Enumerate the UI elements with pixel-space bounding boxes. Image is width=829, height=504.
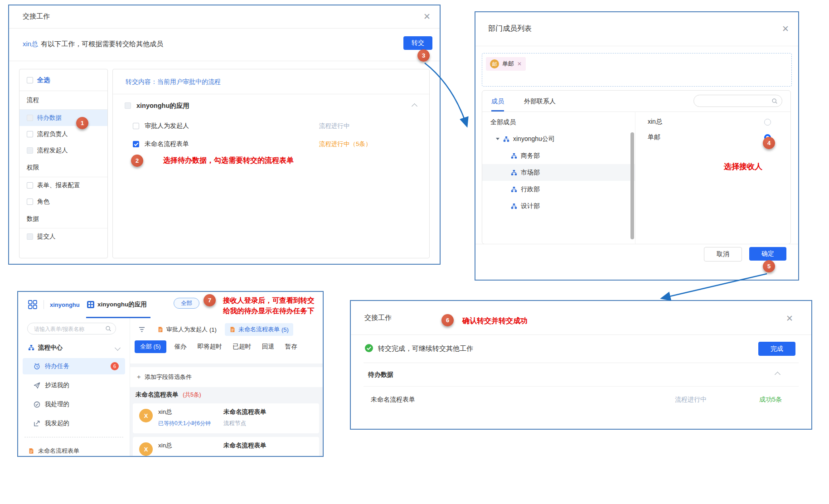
select-all-checkbox[interactable] [27,77,33,83]
nav-item-cc-to-me[interactable]: 抄送我的 [23,377,125,393]
add-filter-row[interactable]: ＋ 添加字段筛选条件 [130,367,323,387]
filter-urge[interactable]: 催办 [175,343,187,351]
collapse-icon[interactable] [412,103,417,109]
view-tab-approver-initiator[interactable]: 审批人为发起人 (1) [157,325,217,334]
select-all-label: 全选 [37,76,50,84]
annotation-note-step4: 选择接收人 [724,161,762,172]
filter-all[interactable]: 全部 (5) [135,340,166,353]
list-section-header: 未命名流程表单 (共5条) [136,391,201,399]
role-checkbox[interactable] [27,199,33,205]
app-main: 审批人为发起人 (1) 未命名流程表单 (5) 全部 (5) 催办 即将超时 已… [130,318,323,456]
step-badge-1: 1 [76,117,88,129]
task-card[interactable]: X xin总 已等待0天1小时6分钟 未命名流程表单 流程节点 [133,403,319,433]
submitter-checkbox[interactable] [27,233,33,240]
done-button[interactable]: 完成 [758,342,795,356]
chevron-down-icon[interactable] [115,345,121,351]
process-node: 流程节点 [223,420,246,427]
sidebar-item-process-owner[interactable]: 流程负责人 [19,126,107,142]
step-badge-2: 2 [131,155,143,167]
filter-funnel-icon[interactable] [138,326,145,333]
content-header: 转交内容：当前用户审批中的流程 [113,69,429,94]
avatar: X [139,442,153,456]
scope-pill[interactable]: 全部 [174,298,199,309]
filter-draft[interactable]: 暂存 [285,343,297,351]
nav-item-todo-tasks[interactable]: 待办任务 6 [23,358,125,374]
form-search[interactable] [27,323,116,334]
transfer-button[interactable]: 转交 [403,36,432,50]
select-all-row[interactable]: 全选 [19,69,107,91]
app-group-checkbox[interactable] [125,102,131,109]
view-tab-unnamed-form-active[interactable]: 未命名流程表单 (5) [225,323,293,336]
sidebar-item-form-report-config[interactable]: 表单、报表配置 [19,177,107,194]
dialog-title: 交接工作 [364,314,392,322]
form-search-input[interactable] [33,324,103,334]
member-radio[interactable] [764,119,771,126]
member-search[interactable] [693,95,782,107]
chip-remove-icon[interactable]: ✕ [517,61,522,67]
nav-item-started-by-me[interactable]: 我发起的 [23,415,125,431]
clock-icon [34,363,40,370]
task-card[interactable]: X xin总 未命名流程表单 [133,437,319,456]
tab-members[interactable]: 成员 [491,91,504,111]
member-chip[interactable]: 邮 单邮 ✕ [486,57,526,71]
todo-data-section[interactable]: 待办数据 [351,363,811,386]
tree-node-dept-selected[interactable]: 市场部 [482,164,635,181]
process-initiator-checkbox[interactable] [27,147,33,154]
app-tab-active[interactable]: xinyonghu的应用 [87,300,147,309]
step-badge-5: 5 [763,260,775,272]
user-name: xin总 [23,40,38,48]
member-list-dialog: 部门成员列表 ✕ 邮 单邮 ✕ 成员 外部联系人 全部成员 [475,11,799,281]
collapse-icon[interactable] [775,372,781,378]
close-icon[interactable]: ✕ [423,13,431,21]
step-badge-6: 6 [441,314,454,326]
sidebar-item-process-initiator[interactable]: 流程发起人 [19,142,107,159]
brand-name[interactable]: xinyonghu [50,301,80,308]
apps-grid-icon[interactable] [28,300,37,309]
org-icon [511,153,517,159]
success-row: 转交完成，可继续转交其他工作 完成 [351,334,811,363]
filter-overdue[interactable]: 已超时 [233,343,252,351]
app-group-row[interactable]: xinyonghu的应用 [113,94,429,117]
step-badge-7: 7 [204,294,216,306]
tree-node-dept[interactable]: 设计部 [482,198,635,214]
tree-node-dept[interactable]: 行政部 [482,181,635,198]
filter-soon-overdue[interactable]: 即将超时 [198,343,222,351]
tree-node-company[interactable]: xinyonghu公司 [482,131,635,147]
nav-process-center[interactable]: 流程中心 [18,340,130,355]
member-search-input[interactable] [699,96,769,107]
confirm-button[interactable]: 确定 [749,247,786,261]
sidebar-item-role[interactable]: 角色 [19,194,107,210]
process-owner-checkbox[interactable] [27,131,33,137]
process-row[interactable]: 未命名流程表单 流程进行中（5条） [113,135,429,153]
filter-returned[interactable]: 回退 [262,343,274,351]
cancel-button[interactable]: 取消 [704,247,742,262]
dotted-divider [24,437,123,437]
nav-item-handled-by-me[interactable]: 我处理的 [23,396,125,412]
department-tree: 全部成员 xinyonghu公司 商务部 市场部 [482,111,635,244]
row-checkbox-checked[interactable] [133,141,139,147]
app-sidebar: 流程中心 待办任务 6 抄送我的 我处理的 我 [18,318,130,456]
process-row[interactable]: 审批人为发起人 流程进行中 [113,117,429,135]
paper-plane-icon [34,382,40,389]
close-icon[interactable]: ✕ [786,315,793,323]
member-row[interactable]: xin总 [636,114,790,130]
plus-icon: ＋ [136,373,142,381]
tree-node-dept[interactable]: 商务部 [482,147,635,164]
dialog-footer: 取消 确定 [475,244,798,280]
tab-external-contacts[interactable]: 外部联系人 [524,91,556,110]
success-text: 转交完成，可继续转交其他工作 [378,344,473,353]
tree-scrollbar[interactable] [630,132,634,239]
close-icon[interactable]: ✕ [782,25,789,33]
row-status: 流程进行中（5条） [319,140,372,148]
row-status: 流程进行中 [675,396,707,404]
sidebar-item-todo-data[interactable]: 待办数据 [19,110,107,126]
caret-down-icon[interactable] [496,138,499,140]
todo-data-checkbox[interactable] [27,115,33,121]
form-report-checkbox[interactable] [27,182,33,189]
sidebar-item-submitter[interactable]: 提交人 [19,228,107,245]
dialog-header: 交接工作 ✕ [351,301,811,335]
divider [44,300,44,309]
row-checkbox[interactable] [133,123,139,129]
wait-time: 已等待0天1小时6分钟 [158,420,211,427]
nav-item-unnamed-form[interactable]: 未命名流程表单 [18,443,130,457]
